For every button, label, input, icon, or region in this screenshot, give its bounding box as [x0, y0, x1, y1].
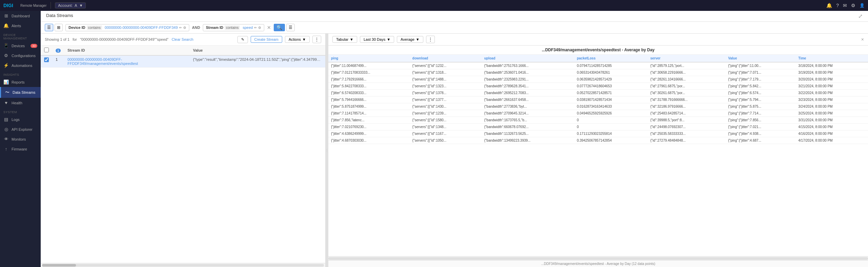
filter-edit-device-id-icon[interactable]: ✏ [179, 26, 182, 30]
account-selector[interactable]: Account: A ▼ [55, 2, 86, 8]
monitors-icon: 👁 [3, 137, 9, 142]
th-stream-id[interactable]: Stream ID [64, 46, 190, 55]
rtd-packetloss: 0 [574, 117, 648, 124]
filter-op-stream-id: contains [225, 25, 240, 30]
filter-clear-x-btn[interactable]: ✕ [267, 25, 271, 30]
filter-options-btn[interactable]: ☰ [286, 24, 295, 31]
rth-packetloss[interactable]: packetLoss [574, 55, 648, 62]
panel-more-btn[interactable]: ⋮ [426, 36, 435, 43]
streams-table: 1 Stream ID Value [41, 46, 325, 68]
rtd-packetloss: 0.06359821428571429 [574, 76, 648, 83]
results-table-row: {"jitter":6.5740208333...{"servers":[{"i… [328, 90, 868, 96]
actions-btn[interactable]: Actions ▼ [285, 36, 310, 43]
page-expand-icon[interactable]: ⤢ [858, 13, 863, 19]
svg-text:DIGI: DIGI [3, 3, 13, 8]
edit-btn[interactable]: ✎ [237, 36, 248, 43]
results-table-row: {"jitter":7.1792916666...{"servers":[{"i… [328, 76, 868, 83]
list-view-btn[interactable]: ☰ [45, 24, 53, 31]
rtd-server: {"id":25035.58333333... [648, 130, 725, 137]
rtd-download: {"servers":[{"id":1232... [410, 62, 482, 69]
sidebar-item-logs[interactable]: ▤ Logs [0, 114, 41, 124]
rtd-ping: {"jitter":7.1141785714... [328, 110, 410, 117]
logo: DIGI Remote Manager [3, 2, 46, 9]
results-table-wrap[interactable]: ping download upload packetLoss server V… [328, 55, 868, 256]
create-stream-label: Create Stream [254, 37, 279, 41]
rtd-download: {"servers":[{"id":1580... [410, 117, 482, 124]
rth-value[interactable]: Value [726, 55, 796, 62]
average-btn[interactable]: Average ▼ [397, 36, 423, 43]
mail-icon[interactable]: ✉ [843, 3, 847, 8]
page-area: Data Streams ⤢ ☰ ⊞ Device ID contains 00… [41, 11, 868, 267]
rtd-value: {"ping":{"jitter":7.179... [726, 76, 796, 83]
rtd-value: {"ping":{"jitter":5.794... [726, 96, 796, 103]
grid-view-btn[interactable]: ⊞ [55, 24, 63, 31]
rtd-value: {"ping":{"jitter":4.687... [726, 137, 796, 144]
filter-actions: 🔍 ☰ [274, 24, 295, 31]
devices-icon: 📱 [3, 43, 9, 48]
create-stream-btn[interactable]: Create Stream [251, 36, 283, 43]
th-value[interactable]: Value [190, 46, 325, 55]
rtd-time: 3/19/2024, 8:00:00 PM [796, 69, 868, 76]
rth-server[interactable]: server [648, 55, 725, 62]
filter-settings-device-id-icon[interactable]: ⚙ [183, 26, 186, 30]
sidebar-item-automations[interactable]: ⚡ Automations [0, 60, 41, 70]
automations-icon: ⚡ [3, 63, 9, 68]
rtd-server: {"id":31788.791666666... [648, 96, 725, 103]
scroll-track-horizontal[interactable] [328, 257, 868, 260]
tabular-label: Tabular [336, 37, 348, 41]
filter-bar: ☰ ⊞ Device ID contains 00000000-00000000… [41, 22, 868, 34]
td-checkbox[interactable] [41, 55, 52, 68]
results-table-body: {"jitter":11.004687499...{"servers":[{"i… [328, 62, 868, 144]
gear-icon[interactable]: ⚙ [851, 3, 855, 8]
panel-divider[interactable] [326, 34, 328, 267]
clear-search-link[interactable]: Clear Search [172, 37, 193, 41]
rtd-ping: {"jitter":7.1792916666... [328, 76, 410, 83]
rtd-download: {"servers":[{"id":1430... [410, 103, 482, 110]
td-stream-id: 00000000-00000000-00409DFF-FFDDF349/mana… [64, 55, 190, 68]
rth-time[interactable]: Time [796, 55, 868, 62]
rtd-packetloss: 0.04946525925925926 [574, 110, 648, 117]
rtd-download: {"servers":[{"id":1378... [410, 90, 482, 96]
rth-upload[interactable]: upload [481, 55, 574, 62]
footer-text: ...DDF349/management/events/speedtest - … [541, 262, 655, 266]
sidebar-item-firmware[interactable]: ↑ Firmware [0, 144, 41, 154]
edit-icon: ✎ [241, 37, 244, 42]
rth-ping[interactable]: ping [328, 55, 410, 62]
more-options-btn[interactable]: ⋮ [312, 36, 321, 43]
sidebar-item-reports[interactable]: 📊 Reports [0, 77, 41, 87]
rtd-upload: {"bandwidth":2695212.7083... [481, 90, 574, 96]
panel-close-btn[interactable]: × [861, 37, 864, 42]
rth-download[interactable]: download [410, 55, 482, 62]
row-checkbox[interactable] [44, 57, 49, 62]
filter-chip-stream-id[interactable]: Stream ID contains speed ✏ ⚙ [203, 24, 265, 31]
help-icon[interactable]: ? [836, 3, 839, 8]
filter-field-device-id: Device ID [69, 25, 85, 30]
bell-icon[interactable]: 🔔 [826, 3, 832, 8]
sidebar-item-devices[interactable]: 📱 Devices 33 [0, 41, 41, 51]
tabular-btn[interactable]: Tabular ▼ [332, 36, 357, 43]
filter-val-device-id: 00000000-00000000-00409DFF-FFDDF349 [105, 25, 178, 30]
stream-id-link[interactable]: 00000000-00000000-00409DFF-FFDDF349/mana… [67, 57, 138, 66]
filter-edit-stream-id-icon[interactable]: ✏ [254, 26, 257, 30]
sidebar-item-configurations[interactable]: ⚙ Configurations [0, 51, 41, 60]
rtd-packetloss: 0.17111293023255814 [574, 130, 648, 137]
table-scroll-thumb[interactable] [42, 264, 76, 267]
rtd-ping: {"jitter":7.0210769230... [328, 124, 410, 130]
datastreams-icon: 〜 [4, 89, 10, 95]
sidebar-item-monitors[interactable]: 👁 Monitors [0, 134, 41, 144]
sidebar-item-alerts[interactable]: 🔔 Alerts [0, 21, 41, 31]
search-btn[interactable]: 🔍 [274, 24, 285, 31]
filter-settings-stream-id-icon[interactable]: ⚙ [258, 26, 261, 30]
health-icon: ♥ [3, 100, 9, 105]
sidebar-item-dashboard[interactable]: ⊞ Dashboard [0, 11, 41, 21]
sidebar-item-api-explorer[interactable]: ◎ API Explorer [0, 124, 41, 134]
sidebar-item-datastreams[interactable]: 〜 Data Streams [0, 87, 41, 98]
select-all-checkbox[interactable] [44, 48, 49, 52]
rtd-server: {"id":27279.48484848... [648, 137, 725, 144]
user-icon[interactable]: 👤 [860, 3, 865, 8]
sidebar-item-health[interactable]: ♥ Health [0, 98, 41, 108]
filter-chip-device-id[interactable]: Device ID contains 00000000-00000000-004… [65, 24, 189, 31]
last30-btn[interactable]: Last 30 Days ▼ [360, 36, 394, 43]
footer-scroll [328, 256, 868, 260]
actions-dropdown-wrap: Actions ▼ [285, 36, 310, 43]
